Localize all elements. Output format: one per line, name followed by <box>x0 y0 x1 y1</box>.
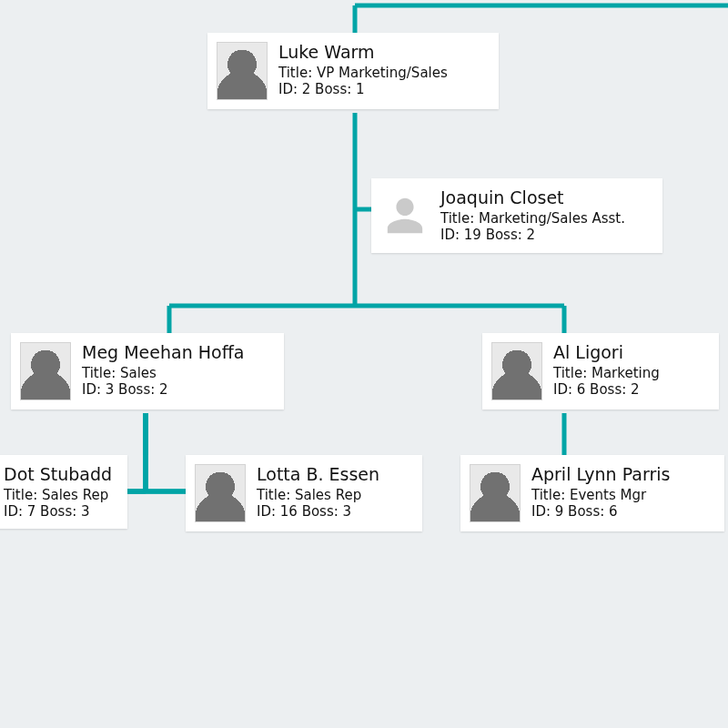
person-title: Title: Events Mgr <box>531 487 670 503</box>
org-node-dot[interactable]: Dot Stubadd Title: Sales Rep ID: 7 Boss:… <box>0 455 127 529</box>
person-id: ID: 3 Boss: 2 <box>82 381 244 398</box>
avatar <box>217 42 268 100</box>
org-node-joaquin[interactable]: Joaquin Closet Title: Marketing/Sales As… <box>371 178 662 253</box>
person-id: ID: 19 Boss: 2 <box>440 227 625 243</box>
person-title: Title: VP Marketing/Sales <box>278 65 448 81</box>
person-name: Dot Stubadd <box>4 464 112 485</box>
person-id: ID: 7 Boss: 3 <box>4 503 112 520</box>
avatar-placeholder-icon <box>380 187 430 244</box>
org-node-al[interactable]: Al Ligori Title: Marketing ID: 6 Boss: 2 <box>482 333 719 410</box>
org-node-luke[interactable]: Luke Warm Title: VP Marketing/Sales ID: … <box>207 33 499 109</box>
person-title: Title: Sales Rep <box>257 487 379 503</box>
avatar <box>195 464 246 522</box>
node-info: Al Ligori Title: Marketing ID: 6 Boss: 2 <box>553 342 660 398</box>
node-info: Lotta B. Essen Title: Sales Rep ID: 16 B… <box>257 464 379 520</box>
node-info: Luke Warm Title: VP Marketing/Sales ID: … <box>278 42 448 97</box>
person-name: Lotta B. Essen <box>257 464 379 485</box>
avatar <box>491 342 542 400</box>
person-id: ID: 2 Boss: 1 <box>278 81 448 97</box>
person-name: Luke Warm <box>278 42 448 63</box>
person-title: Title: Marketing <box>553 365 660 381</box>
avatar <box>470 464 521 522</box>
person-name: Joaquin Closet <box>440 187 625 208</box>
avatar <box>20 342 71 400</box>
node-info: Dot Stubadd Title: Sales Rep ID: 7 Boss:… <box>4 464 112 520</box>
person-id: ID: 6 Boss: 2 <box>553 381 660 398</box>
org-node-april[interactable]: April Lynn Parris Title: Events Mgr ID: … <box>460 455 724 531</box>
org-node-lotta[interactable]: Lotta B. Essen Title: Sales Rep ID: 16 B… <box>186 455 422 531</box>
person-name: Al Ligori <box>553 342 660 363</box>
person-id: ID: 16 Boss: 3 <box>257 503 379 520</box>
person-title: Title: Sales <box>82 365 244 381</box>
org-node-meg[interactable]: Meg Meehan Hoffa Title: Sales ID: 3 Boss… <box>11 333 284 410</box>
node-info: April Lynn Parris Title: Events Mgr ID: … <box>531 464 670 520</box>
person-name: Meg Meehan Hoffa <box>82 342 244 363</box>
node-info: Meg Meehan Hoffa Title: Sales ID: 3 Boss… <box>82 342 244 398</box>
person-name: April Lynn Parris <box>531 464 670 485</box>
person-title: Title: Marketing/Sales Asst. <box>440 210 625 227</box>
person-title: Title: Sales Rep <box>4 487 112 503</box>
node-info: Joaquin Closet Title: Marketing/Sales As… <box>440 187 625 243</box>
person-id: ID: 9 Boss: 6 <box>531 503 670 520</box>
